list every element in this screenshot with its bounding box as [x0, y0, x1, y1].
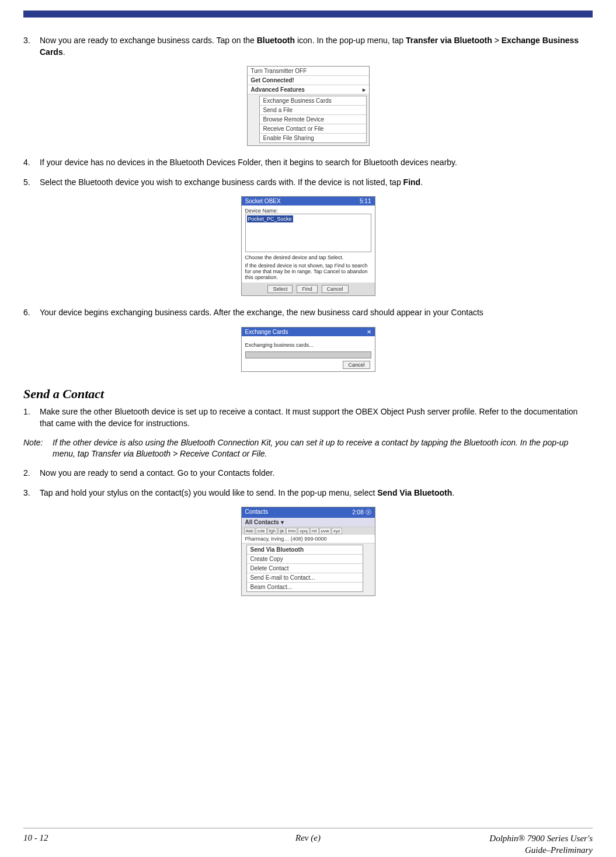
- step-text: Select the Bluetooth device you wish to …: [40, 177, 593, 189]
- submenu: Exchange Business Cards Send a File Brow…: [259, 96, 367, 143]
- dialog-body: Exchanging business cards... Cancel: [242, 336, 375, 371]
- tab: xyz: [332, 528, 342, 534]
- titlebar: Exchange Cards ✕: [242, 328, 375, 336]
- contact-row: Pharmacy, Irving… (408) 999-0000: [242, 535, 375, 544]
- step-number: 3.: [23, 487, 40, 499]
- step-text: If your device has no devices in the Blu…: [40, 157, 593, 169]
- screenshot-1-wrap: Turn Transmitter OFF Get Connected! Adva…: [23, 66, 593, 148]
- menu-item: Send Via Bluetooth: [247, 545, 363, 555]
- step-number: 2.: [23, 468, 40, 479]
- page-number: 10 - 12: [23, 833, 213, 843]
- dialog-body: Device Name: Pocket_PC_Socke Choose the …: [242, 205, 375, 283]
- label: Device Name:: [245, 208, 371, 214]
- bold: Transfer via Bluetooth: [406, 36, 492, 45]
- menu-item: Turn Transmitter OFF: [248, 67, 369, 76]
- step-3: 3. Now you are ready to exchange busines…: [23, 35, 593, 58]
- submenu-item: Enable File Sharing: [260, 134, 366, 142]
- text: .: [452, 488, 454, 497]
- step-5: 5. Select the Bluetooth device you wish …: [23, 177, 593, 189]
- page-footer: 10 - 12 Rev (e) Dolphin® 7900 Series Use…: [23, 828, 593, 856]
- close-icon: ⓧ: [366, 509, 371, 515]
- submenu-item: Send a File: [260, 106, 366, 115]
- step-text: Your device begins exchanging business c…: [40, 307, 593, 319]
- clock: 2:08: [352, 509, 363, 515]
- note: Note: If the other device is also using …: [23, 437, 593, 459]
- list-item-selected: Pocket_PC_Socke: [247, 215, 293, 222]
- screenshot-3-wrap: Exchange Cards ✕ Exchanging business car…: [23, 327, 593, 374]
- screenshot-4-wrap: Contacts 2:08 ⓧ All Contacts ▾ #abcdefgh…: [23, 507, 593, 598]
- step-text: Now you are ready to exchange business c…: [40, 35, 593, 58]
- note-label: Note:: [23, 437, 53, 459]
- text: Tap and hold your stylus on the contact(…: [40, 488, 377, 497]
- menu-item: Get Connected!: [248, 76, 369, 85]
- text: Advanced Features: [251, 86, 305, 93]
- submenu-item: Exchange Business Cards: [260, 96, 366, 106]
- menu-item: Advanced Features▸: [248, 85, 369, 95]
- titlebar: Socket OBEX 5:11: [242, 197, 375, 205]
- screenshot-contacts-context-menu: Contacts 2:08 ⓧ All Contacts ▾ #abcdefgh…: [241, 507, 375, 596]
- button-row: Select Find Cancel: [242, 283, 375, 295]
- device-listbox: Pocket_PC_Socke: [245, 214, 371, 252]
- text: Guide–Preliminary: [403, 845, 593, 856]
- text: Dolphin® 7900 Series User's: [403, 833, 593, 845]
- clock: 5:11: [360, 198, 371, 204]
- cancel-button: Cancel: [322, 285, 349, 293]
- text: Select the Bluetooth device you wish to …: [40, 177, 403, 187]
- header-rule: [23, 11, 593, 18]
- step-text: Tap and hold your stylus on the contact(…: [40, 487, 593, 499]
- chevron-right-icon: ▸: [363, 86, 366, 93]
- section-heading: Send a Contact: [23, 386, 593, 402]
- step-number: 3.: [23, 35, 40, 58]
- text: icon. In the pop-up menu, tap: [295, 36, 406, 45]
- submenu-item: Receive Contact or File: [260, 124, 366, 134]
- status-text: Exchanging business cards...: [245, 342, 371, 348]
- step-4: 4. If your device has no devices in the …: [23, 157, 593, 169]
- bold: Find: [403, 177, 421, 187]
- title-text: Contacts: [245, 508, 268, 517]
- step-number: 6.: [23, 307, 40, 319]
- step-number: 4.: [23, 157, 40, 169]
- bold: Send Via Bluetooth: [377, 488, 452, 497]
- step-b3: 3. Tap and hold your stylus on the conta…: [23, 487, 593, 499]
- menu-item: Send E-mail to Contact...: [247, 573, 363, 583]
- tab: cde: [256, 528, 267, 534]
- find-button: Find: [297, 285, 318, 293]
- text: >: [492, 36, 502, 45]
- tab: rst: [310, 528, 319, 534]
- screenshot-bluetooth-menu: Turn Transmitter OFF Get Connected! Adva…: [247, 66, 370, 146]
- note-text: If the other device is also using the Bl…: [53, 437, 593, 459]
- titlebar: Contacts 2:08 ⓧ: [242, 507, 375, 518]
- text: Now you are ready to exchange business c…: [40, 36, 257, 45]
- step-b2: 2. Now you are ready to send a contact. …: [23, 468, 593, 479]
- text: .: [63, 47, 65, 57]
- title-text: Exchange Cards: [245, 329, 288, 335]
- step-b1: 1. Make sure the other Bluetooth device …: [23, 406, 593, 429]
- cancel-button: Cancel: [343, 361, 370, 369]
- alpha-tabs: #abcdefghijklmnopqrstuvwxyz: [242, 527, 375, 535]
- select-button: Select: [267, 285, 293, 293]
- tab: ijk: [278, 528, 286, 534]
- guide-title: Dolphin® 7900 Series User's Guide–Prelim…: [403, 833, 593, 856]
- revision: Rev (e): [213, 833, 403, 843]
- tab: opq: [298, 528, 309, 534]
- tab: #ab: [244, 528, 255, 534]
- tab: lmn: [286, 528, 297, 534]
- menu-item: Create Copy: [247, 555, 363, 564]
- text: .: [420, 177, 423, 187]
- hint-text: If the desired device is not shown, tap …: [245, 263, 371, 280]
- tab: uvw: [319, 528, 331, 534]
- filter-dropdown: All Contacts ▾: [242, 518, 375, 527]
- menu-item: Beam Contact...: [247, 583, 363, 591]
- step-text: Make sure the other Bluetooth device is …: [40, 406, 593, 429]
- bold: Bluetooth: [257, 36, 295, 45]
- submenu-item: Browse Remote Device: [260, 115, 366, 124]
- close-icon: ✕: [367, 329, 371, 335]
- progress-bar: [245, 351, 371, 358]
- tab: fgh: [267, 528, 277, 534]
- screenshot-exchange-progress: Exchange Cards ✕ Exchanging business car…: [241, 327, 375, 372]
- step-text: Now you are ready to send a contact. Go …: [40, 468, 593, 479]
- screenshot-2-wrap: Socket OBEX 5:11 Device Name: Pocket_PC_…: [23, 196, 593, 298]
- title-right: 2:08 ⓧ: [352, 508, 371, 517]
- menu-item: Delete Contact: [247, 564, 363, 573]
- step-6: 6. Your device begins exchanging busines…: [23, 307, 593, 319]
